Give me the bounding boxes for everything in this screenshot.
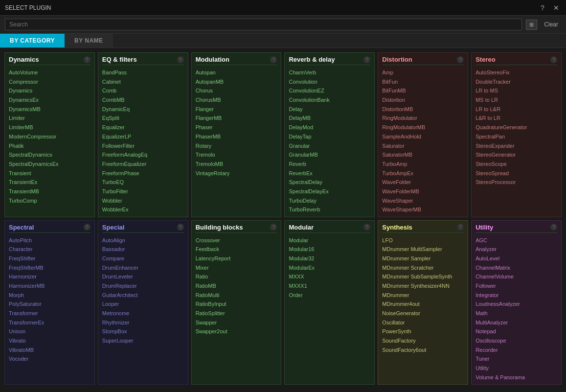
- plugin-item[interactable]: RingModulator: [382, 114, 464, 123]
- plugin-item[interactable]: QuadratureGenerator: [475, 123, 557, 132]
- plugin-item[interactable]: Math: [475, 309, 557, 318]
- plugin-item[interactable]: Reverb: [289, 160, 370, 169]
- plugin-item[interactable]: Autopan: [196, 68, 277, 77]
- plugin-item[interactable]: WobblerEx: [102, 205, 184, 214]
- plugin-item[interactable]: SoundFactory: [382, 336, 464, 346]
- plugin-item[interactable]: Granular: [289, 141, 370, 151]
- plugin-item[interactable]: Character: [9, 245, 91, 254]
- category-help-building-blocks[interactable]: ?: [270, 224, 277, 231]
- plugin-item[interactable]: Recorder: [475, 346, 557, 355]
- plugin-item[interactable]: EqualizerLP: [102, 132, 184, 141]
- plugin-item[interactable]: MXXX: [289, 272, 370, 281]
- category-help-distortion[interactable]: ?: [457, 56, 464, 63]
- plugin-item[interactable]: BandPass: [102, 68, 184, 77]
- plugin-item[interactable]: GranularMB: [289, 150, 370, 160]
- plugin-item[interactable]: Morph: [9, 291, 91, 300]
- plugin-item[interactable]: Phatik: [9, 141, 91, 151]
- plugin-item[interactable]: Transformer: [9, 309, 91, 318]
- plugin-item[interactable]: TurboReverb: [289, 205, 370, 214]
- plugin-item[interactable]: Rhythmizer: [102, 318, 184, 327]
- plugin-item[interactable]: ModularEx: [289, 263, 370, 273]
- plugin-item[interactable]: TremoloMB: [196, 160, 277, 169]
- plugin-item[interactable]: StereoExpander: [475, 141, 557, 151]
- plugin-item[interactable]: SpectralDelay: [289, 178, 370, 187]
- plugin-item[interactable]: DynamicsMB: [9, 105, 91, 114]
- tab-by-category[interactable]: BY CATEGORY: [0, 34, 65, 47]
- plugin-item[interactable]: StereoProcessor: [475, 178, 557, 187]
- plugin-item[interactable]: Integrator: [475, 291, 557, 300]
- plugin-item[interactable]: ChannelVolume: [475, 272, 557, 281]
- plugin-item[interactable]: StereoSpread: [475, 169, 557, 178]
- plugin-item[interactable]: Vibrato: [9, 336, 91, 346]
- plugin-item[interactable]: LR to MS: [475, 86, 557, 95]
- plugin-item[interactable]: FreqShifterMB: [9, 263, 91, 273]
- plugin-item[interactable]: Compressor: [9, 77, 91, 87]
- plugin-item[interactable]: FreeformAnalogEq: [102, 150, 184, 160]
- plugin-item[interactable]: WaveFolderMB: [382, 187, 464, 196]
- plugin-item[interactable]: ChorusMB: [196, 95, 277, 105]
- plugin-item[interactable]: WaveFolder: [382, 178, 464, 187]
- plugin-item[interactable]: SuperLooper: [102, 336, 184, 346]
- plugin-item[interactable]: VibratoMB: [9, 346, 91, 355]
- plugin-item[interactable]: RatioMulti: [196, 291, 277, 300]
- plugin-item[interactable]: BitFunMB: [382, 86, 464, 95]
- plugin-item[interactable]: WaveShaper: [382, 196, 464, 206]
- plugin-item[interactable]: MDrummer Sampler: [382, 254, 464, 263]
- plugin-item[interactable]: HarmonizerMB: [9, 281, 91, 291]
- plugin-item[interactable]: SoundFactory6out: [382, 346, 464, 355]
- plugin-item[interactable]: DelayMB: [289, 114, 370, 123]
- category-help-synthesis[interactable]: ?: [457, 224, 464, 231]
- plugin-item[interactable]: AutoLevel: [475, 254, 557, 263]
- plugin-item[interactable]: LR to L&R: [475, 105, 557, 114]
- category-help-spectral[interactable]: ?: [84, 224, 91, 231]
- plugin-item[interactable]: MDrummer4out: [382, 300, 464, 309]
- category-help-eq-filters[interactable]: ?: [177, 56, 184, 63]
- plugin-item[interactable]: Mixer: [196, 263, 277, 273]
- plugin-item[interactable]: MDrummer: [382, 291, 464, 300]
- plugin-item[interactable]: Order: [289, 291, 370, 300]
- category-help-utility[interactable]: ?: [550, 224, 557, 231]
- plugin-item[interactable]: Metronome: [102, 309, 184, 318]
- plugin-item[interactable]: FreeformEqualizer: [102, 160, 184, 169]
- plugin-item[interactable]: Notepad: [475, 327, 557, 336]
- plugin-item[interactable]: Utility: [475, 364, 557, 373]
- plugin-item[interactable]: Feedback: [196, 245, 277, 254]
- plugin-item[interactable]: SampleAndHold: [382, 132, 464, 141]
- plugin-item[interactable]: DoubleTracker: [475, 77, 557, 87]
- plugin-item[interactable]: ReverbEx: [289, 169, 370, 178]
- plugin-item[interactable]: WaveShaperMB: [382, 205, 464, 214]
- plugin-item[interactable]: StompBox: [102, 327, 184, 336]
- plugin-item[interactable]: FreqShifter: [9, 254, 91, 263]
- plugin-item[interactable]: Modular16: [289, 245, 370, 254]
- plugin-item[interactable]: ConvolutionBank: [289, 95, 370, 105]
- plugin-item[interactable]: MDrummer SubSampleSynth: [382, 272, 464, 281]
- plugin-item[interactable]: SpectralPan: [475, 132, 557, 141]
- plugin-item[interactable]: DynamicsEx: [9, 95, 91, 105]
- clear-button[interactable]: Clear: [541, 20, 561, 29]
- plugin-item[interactable]: AutoAlign: [102, 236, 184, 245]
- plugin-item[interactable]: AutoStereoFix: [475, 68, 557, 77]
- close-button[interactable]: ✕: [551, 3, 561, 13]
- plugin-item[interactable]: TransientEx: [9, 178, 91, 187]
- plugin-item[interactable]: NoiseGenerator: [382, 309, 464, 318]
- plugin-item[interactable]: DistortionMB: [382, 105, 464, 114]
- plugin-item[interactable]: Rotary: [196, 141, 277, 151]
- plugin-item[interactable]: MDrummer MultiSampler: [382, 245, 464, 254]
- category-help-modulation[interactable]: ?: [270, 56, 277, 63]
- plugin-item[interactable]: Limiter: [9, 114, 91, 123]
- plugin-item[interactable]: MultiAnalyzer: [475, 318, 557, 327]
- plugin-item[interactable]: TurboDelay: [289, 196, 370, 206]
- plugin-item[interactable]: Swapper: [196, 318, 277, 327]
- plugin-item[interactable]: SpectralDynamics: [9, 150, 91, 160]
- plugin-item[interactable]: Delay: [289, 105, 370, 114]
- plugin-item[interactable]: MDrummer Synthesizer4NN: [382, 281, 464, 291]
- plugin-item[interactable]: Dynamics: [9, 86, 91, 95]
- plugin-item[interactable]: Equalizer: [102, 123, 184, 132]
- plugin-item[interactable]: Ratio: [196, 272, 277, 281]
- plugin-item[interactable]: RatioSplitter: [196, 309, 277, 318]
- plugin-item[interactable]: Swapper2out: [196, 327, 277, 336]
- plugin-item[interactable]: CombMB: [102, 95, 184, 105]
- plugin-item[interactable]: LFO: [382, 236, 464, 245]
- plugin-item[interactable]: Follower: [475, 281, 557, 291]
- plugin-item[interactable]: DrumReplacer: [102, 281, 184, 291]
